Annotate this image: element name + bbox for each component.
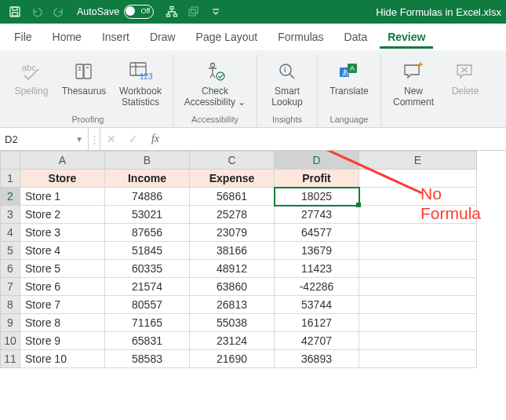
- col-header-E[interactable]: E: [359, 152, 477, 170]
- cell[interactable]: 80557: [105, 296, 190, 314]
- cell[interactable]: 38166: [190, 242, 275, 260]
- cell[interactable]: 56861: [190, 188, 275, 206]
- cell[interactable]: 18025: [275, 188, 359, 206]
- row-header-3[interactable]: 3: [1, 206, 20, 224]
- cell[interactable]: 51845: [105, 242, 190, 260]
- tab-insert[interactable]: Insert: [94, 26, 137, 48]
- formula-input[interactable]: [166, 128, 506, 150]
- cell[interactable]: 58583: [105, 350, 190, 368]
- row-header-11[interactable]: 11: [1, 350, 20, 368]
- row-header-9[interactable]: 9: [1, 314, 20, 332]
- cell[interactable]: [359, 350, 477, 368]
- group-icon[interactable]: [184, 2, 204, 21]
- col-header-A[interactable]: A: [20, 152, 105, 170]
- row-header-10[interactable]: 10: [1, 332, 20, 350]
- name-box[interactable]: D2 ▼: [0, 128, 89, 150]
- cell[interactable]: 64577: [275, 224, 359, 242]
- cell[interactable]: 53744: [275, 296, 359, 314]
- cell[interactable]: 16127: [275, 314, 359, 332]
- cell[interactable]: Store 5: [20, 260, 105, 278]
- row-header-5[interactable]: 5: [1, 242, 20, 260]
- cell[interactable]: -42286: [275, 278, 359, 296]
- cell[interactable]: Store 3: [20, 224, 105, 242]
- tab-page-layout[interactable]: Page Layout: [188, 26, 266, 48]
- row-header-6[interactable]: 6: [1, 260, 20, 278]
- tab-formulas[interactable]: Formulas: [270, 26, 331, 48]
- cell[interactable]: [359, 188, 477, 206]
- delete-comment-button[interactable]: Delete: [444, 55, 486, 111]
- cell[interactable]: [359, 206, 477, 224]
- cell[interactable]: 13679: [275, 242, 359, 260]
- col-header-D[interactable]: D: [275, 152, 359, 170]
- tab-file[interactable]: File: [6, 26, 40, 48]
- cell[interactable]: Store: [20, 170, 105, 188]
- tab-review[interactable]: Review: [380, 26, 433, 49]
- smart-lookup-button[interactable]: i Smart Lookup: [262, 55, 312, 111]
- row-header-8[interactable]: 8: [1, 296, 20, 314]
- cell[interactable]: [359, 314, 477, 332]
- cell[interactable]: 27743: [275, 206, 359, 224]
- cell[interactable]: 71165: [105, 314, 190, 332]
- save-icon[interactable]: [5, 2, 25, 21]
- cell[interactable]: 60335: [105, 260, 190, 278]
- cell[interactable]: Store 1: [20, 188, 105, 206]
- check-accessibility-button[interactable]: Check Accessibility ⌄: [178, 55, 252, 111]
- row-header-4[interactable]: 4: [1, 224, 20, 242]
- cell[interactable]: [359, 260, 477, 278]
- cell[interactable]: Store 10: [20, 350, 105, 368]
- translate-button[interactable]: あA Translate: [322, 55, 376, 111]
- cell[interactable]: 63860: [190, 278, 275, 296]
- workbook-statistics-button[interactable]: 123 Workbook Statistics: [113, 55, 168, 111]
- cell[interactable]: 48912: [190, 260, 275, 278]
- tab-draw[interactable]: Draw: [142, 26, 184, 48]
- row-header-1[interactable]: 1: [1, 170, 20, 188]
- new-comment-button[interactable]: New Comment: [386, 55, 441, 111]
- row-header-7[interactable]: 7: [1, 278, 20, 296]
- cell[interactable]: 23079: [190, 224, 275, 242]
- cell[interactable]: Store 8: [20, 314, 105, 332]
- cell[interactable]: [359, 170, 477, 188]
- row-header-2[interactable]: 2: [1, 188, 20, 206]
- cell[interactable]: Profit: [275, 170, 359, 188]
- cell[interactable]: [359, 296, 477, 314]
- cell[interactable]: Store 2: [20, 206, 105, 224]
- spelling-button[interactable]: abc Spelling: [8, 55, 55, 111]
- cell[interactable]: 21690: [190, 350, 275, 368]
- cell[interactable]: 11423: [275, 260, 359, 278]
- tab-home[interactable]: Home: [45, 26, 89, 48]
- cell[interactable]: Expense: [190, 170, 275, 188]
- cancel-formula-icon[interactable]: ✕: [100, 128, 122, 150]
- cell[interactable]: Store 4: [20, 242, 105, 260]
- thesaurus-button[interactable]: Thesaurus: [58, 55, 110, 111]
- tab-data[interactable]: Data: [337, 26, 376, 48]
- cell[interactable]: 21574: [105, 278, 190, 296]
- cell[interactable]: [359, 224, 477, 242]
- toggle-switch[interactable]: Off: [124, 5, 154, 19]
- cell[interactable]: 42707: [275, 332, 359, 350]
- cell[interactable]: [359, 242, 477, 260]
- cell[interactable]: Store 7: [20, 296, 105, 314]
- autosave-toggle[interactable]: AutoSave Off: [77, 5, 154, 19]
- cell[interactable]: 87656: [105, 224, 190, 242]
- cell-grid[interactable]: A B C D E 1StoreIncomeExpenseProfit2Stor…: [0, 151, 477, 368]
- cell[interactable]: [359, 278, 477, 296]
- undo-icon[interactable]: [27, 2, 47, 21]
- cell[interactable]: 36893: [275, 350, 359, 368]
- cell[interactable]: 25278: [190, 206, 275, 224]
- select-all-corner[interactable]: [1, 152, 20, 170]
- cell[interactable]: [359, 332, 477, 350]
- cell[interactable]: 53021: [105, 206, 190, 224]
- cell[interactable]: 23124: [190, 332, 275, 350]
- cell[interactable]: Store 9: [20, 332, 105, 350]
- fx-button[interactable]: fx: [144, 128, 166, 150]
- cell[interactable]: 55038: [190, 314, 275, 332]
- accept-formula-icon[interactable]: ✓: [122, 128, 144, 150]
- col-header-C[interactable]: C: [190, 152, 275, 170]
- col-header-B[interactable]: B: [105, 152, 190, 170]
- qat-overflow-icon[interactable]: [206, 2, 226, 21]
- cell[interactable]: Store 6: [20, 278, 105, 296]
- cell[interactable]: 26813: [190, 296, 275, 314]
- redo-icon[interactable]: [49, 2, 69, 21]
- cell[interactable]: Income: [105, 170, 190, 188]
- org-chart-icon[interactable]: [162, 2, 182, 21]
